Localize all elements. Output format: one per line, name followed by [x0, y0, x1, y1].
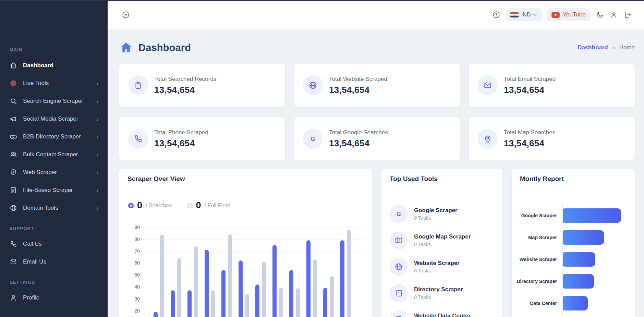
tool-item-website-data-center[interactable]: Website Data Center 0 Tasks: [390, 310, 494, 317]
globe-icon: [390, 258, 408, 276]
stat-value: 13,54,654: [504, 85, 556, 95]
bar-searches: [239, 260, 243, 317]
stat-label: Total Email Scraped: [504, 76, 556, 83]
tool-item-website-scraper[interactable]: Website Scraper 0 Tasks: [390, 257, 494, 276]
sidebar-item-label: Dashboard: [23, 62, 53, 69]
bar-searches: [255, 284, 259, 317]
directory-book-icon: [390, 284, 408, 302]
tool-item-directory-scraper[interactable]: Directory Scraper 0 Tasks: [390, 283, 494, 303]
tool-tasks-count: 0 Tasks: [414, 242, 471, 247]
sidebar-item-bulk-contact-scraper[interactable]: Bulk Contact Scraper ›: [0, 146, 108, 163]
youtube-button[interactable]: YouTube: [547, 8, 590, 21]
profile-button[interactable]: [609, 10, 618, 19]
sidebar-item-call-us[interactable]: Call Us: [0, 235, 108, 253]
logout-icon: [624, 11, 632, 19]
help-button[interactable]: ?: [492, 10, 501, 19]
breadcrumb-current[interactable]: Dashboard: [578, 44, 608, 51]
sidebar: MAIN Dashboard Live Tools › Search Engin…: [0, 0, 108, 317]
bar-searches: [154, 312, 158, 317]
scraper-overview-panel: Scraper Over View 0 / Searches 0 / Full …: [119, 169, 372, 317]
mail-icon: [10, 258, 17, 266]
svg-text:?: ?: [495, 12, 497, 17]
tool-tasks-count: 0 Tasks: [414, 294, 463, 300]
sidebar-item-web-scraper[interactable]: 5 Web Scraper ›: [0, 163, 108, 181]
y-axis-tick: 40: [127, 284, 140, 290]
gridline: [143, 251, 365, 252]
report-panel-title: Montly Report: [520, 175, 564, 183]
sidebar-item-dashboard[interactable]: Dashboard: [0, 57, 108, 74]
gridline: [143, 263, 365, 263]
report-bar-map-scraper: [562, 230, 604, 245]
clipboard-icon: [128, 75, 148, 95]
topbar: ? IND YouTube: [108, 0, 644, 29]
report-row: Google Scraper: [512, 208, 635, 223]
sidebar-item-domain-tools[interactable]: Domain Tools ›: [0, 199, 108, 217]
report-row: Map Scraper: [512, 230, 635, 245]
svg-text:G: G: [311, 135, 315, 142]
dark-mode-toggle[interactable]: [595, 10, 604, 19]
file-lines-icon: [10, 186, 17, 194]
legend-dot-icon: [187, 203, 193, 208]
sidebar-section-label-support: SUPPORT: [0, 217, 108, 235]
tools-list: G Google Scraper 0 Tasks Google Map Scra…: [381, 189, 502, 317]
bar-full-field: [228, 234, 232, 317]
sidebar-item-label: B2B Directory Scraper: [23, 133, 81, 140]
tool-item-google-map-scraper[interactable]: Google Map Scraper 0 Tasks: [390, 231, 494, 250]
home-icon: [119, 41, 133, 54]
report-axis-line: [562, 204, 563, 317]
search-icon: [10, 97, 17, 105]
stat-value: 13,54,654: [329, 138, 388, 149]
sidebar-item-profile[interactable]: Profile: [0, 289, 108, 307]
svg-text:5: 5: [13, 171, 14, 174]
legend-label: / Searches: [146, 203, 172, 209]
logout-button[interactable]: [623, 10, 632, 19]
report-bar-google-scraper: [562, 208, 621, 223]
stat-label: Total Searched Records: [154, 76, 216, 83]
report-row: Directory Scraper: [512, 274, 635, 289]
sidebar-item-live-tools[interactable]: Live Tools ›: [0, 74, 108, 92]
sidebar-item-b2b-directory-scraper[interactable]: B2B Directory Scraper ›: [0, 128, 108, 146]
legend-item[interactable]: 0 / Searches: [128, 200, 172, 211]
stat-label: Total Map Searches: [504, 129, 555, 136]
tool-tasks-count: 0 Tasks: [414, 215, 458, 221]
tool-name: Google Scraper: [414, 207, 458, 214]
globe-icon: [10, 204, 17, 212]
sidebar-item-search-engine-scraper[interactable]: Search Engine Scraper ›: [0, 92, 108, 110]
bar-full-field: [313, 259, 317, 317]
chevron-right-icon: ›: [96, 80, 99, 87]
language-selector[interactable]: IND: [506, 8, 542, 21]
bar-full-field: [211, 290, 215, 317]
panels-row: Scraper Over View 0 / Searches 0 / Full …: [119, 169, 635, 317]
live-dot-icon: [10, 80, 17, 87]
sidebar-item-file-based-scraper[interactable]: File-Based Scraper ›: [0, 181, 108, 199]
india-flag-icon: [510, 12, 519, 17]
tools-panel-title: Top Used Tools: [390, 175, 438, 183]
stat-label: Total Google Searches: [329, 129, 388, 136]
tool-name: Website Data Center: [414, 313, 471, 317]
globe-icon: [303, 75, 323, 95]
g-letter-icon: G: [390, 205, 408, 223]
breadcrumb-home[interactable]: Home: [619, 44, 635, 51]
bar-full-field: [177, 258, 181, 317]
bar-full-field: [279, 288, 283, 317]
home-icon: [10, 62, 17, 69]
y-axis-tick: 50: [127, 272, 140, 278]
sidebar-collapse-button[interactable]: [121, 10, 130, 19]
sidebar-item-label: Live Tools: [23, 80, 49, 87]
bar-full-field: [262, 262, 266, 317]
bar-searches: [205, 250, 209, 317]
bar-searches: [272, 245, 277, 317]
bar-searches: [171, 290, 175, 317]
window-top-edge: [0, 0, 644, 1]
user-icon: [10, 294, 17, 302]
arrow-circle-right-icon: [122, 11, 130, 19]
sidebar-item-email-us[interactable]: Email Us: [0, 253, 108, 271]
tool-item-google-scraper[interactable]: G Google Scraper 0 Tasks: [390, 204, 494, 223]
shield-code-icon: 5: [10, 169, 17, 176]
gridline: [143, 239, 365, 240]
sidebar-item-social-media-scraper[interactable]: Social Media Scraper ›: [0, 110, 108, 128]
bar-full-field: [194, 246, 198, 317]
bar-searches: [340, 240, 344, 317]
sidebar-section-label-settings: SETTINGS: [0, 271, 108, 289]
legend-item[interactable]: 0 / Full Field: [187, 200, 230, 211]
